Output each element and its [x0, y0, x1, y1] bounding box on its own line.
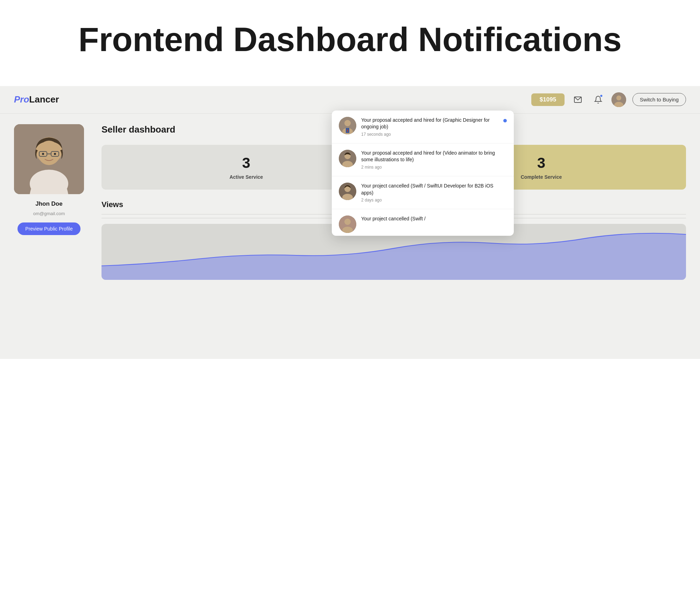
notif-text-4: Your project cancelled (Swift / — [361, 215, 507, 222]
complete-service-number: 3 — [537, 155, 545, 171]
navbar-right: $1095 Switch — [531, 92, 686, 107]
dashboard-wrapper: ProLancer $1095 — [0, 86, 700, 359]
user-name: Jhon Doe — [35, 200, 62, 207]
notif-text-1: Your proposal accepted and hired for (Gr… — [361, 117, 498, 130]
notif-content-2: Your proposal accepted and hired for (Vi… — [361, 150, 507, 170]
notif-content-4: Your project cancelled (Swift / — [361, 215, 507, 222]
svg-point-14 — [344, 120, 351, 126]
switch-to-buying-button[interactable]: Switch to Buying — [632, 93, 686, 106]
svg-point-2 — [616, 95, 621, 100]
active-service-label: Active Service — [230, 174, 263, 180]
notif-user-photo-2 — [339, 150, 356, 167]
notif-avatar-4 — [339, 215, 356, 233]
notif-user-photo-4 — [339, 215, 356, 233]
user-photo — [14, 124, 84, 194]
active-service-number: 3 — [242, 155, 250, 171]
user-email: om@gmail.com — [33, 211, 65, 216]
mail-icon — [574, 95, 582, 104]
notif-avatar-1 — [339, 117, 356, 134]
notification-dropdown: Your proposal accepted and hired for (Gr… — [332, 111, 514, 236]
notif-avatar-3 — [339, 183, 356, 200]
avatar — [611, 92, 626, 107]
notif-time-2: 2 mins ago — [361, 165, 507, 170]
svg-point-10 — [42, 153, 44, 155]
svg-point-25 — [344, 219, 351, 225]
hero-section: Frontend Dashboard Notifications — [0, 0, 700, 86]
notification-item-3[interactable]: Your project cancelled (Swift / SwiftUI … — [332, 176, 514, 209]
svg-point-6 — [38, 141, 60, 165]
notif-text-2: Your proposal accepted and hired for (Vi… — [361, 150, 507, 163]
avatar-image — [611, 92, 626, 107]
sidebar: Jhon Doe om@gmail.com Preview Public Pro… — [14, 114, 91, 280]
notif-unread-dot-1 — [503, 119, 507, 122]
notification-item-2[interactable]: Your proposal accepted and hired for (Vi… — [332, 143, 514, 176]
logo: ProLancer — [14, 94, 59, 105]
notif-avatar-2 — [339, 150, 356, 167]
notif-user-photo-3 — [339, 183, 356, 200]
notif-time-1: 17 seconds ago — [361, 132, 498, 137]
notif-content-1: Your proposal accepted and hired for (Gr… — [361, 117, 498, 137]
svg-point-11 — [54, 153, 56, 155]
notif-text-3: Your project cancelled (Swift / SwiftUI … — [361, 183, 507, 196]
notif-time-3: 2 days ago — [361, 198, 507, 203]
notification-dot — [600, 94, 603, 98]
preview-profile-button[interactable]: Preview Public Profile — [18, 222, 80, 235]
notification-item-4[interactable]: Your project cancelled (Swift / — [332, 209, 514, 236]
navbar: ProLancer $1095 — [0, 86, 700, 114]
notif-content-3: Your project cancelled (Swift / SwiftUI … — [361, 183, 507, 203]
balance-badge: $1095 — [531, 93, 565, 106]
notification-button[interactable] — [591, 93, 605, 107]
logo-pro: Pro — [14, 94, 29, 105]
logo-lancer: Lancer — [29, 94, 59, 105]
notif-user-photo-1 — [339, 117, 356, 134]
user-profile: Jhon Doe om@gmail.com Preview Public Pro… — [14, 124, 84, 235]
user-avatar-image — [14, 124, 84, 194]
complete-service-label: Complete Service — [521, 174, 562, 180]
mail-button[interactable] — [571, 93, 585, 107]
hero-title: Frontend Dashboard Notifications — [14, 21, 686, 58]
notification-item-1[interactable]: Your proposal accepted and hired for (Gr… — [332, 111, 514, 143]
